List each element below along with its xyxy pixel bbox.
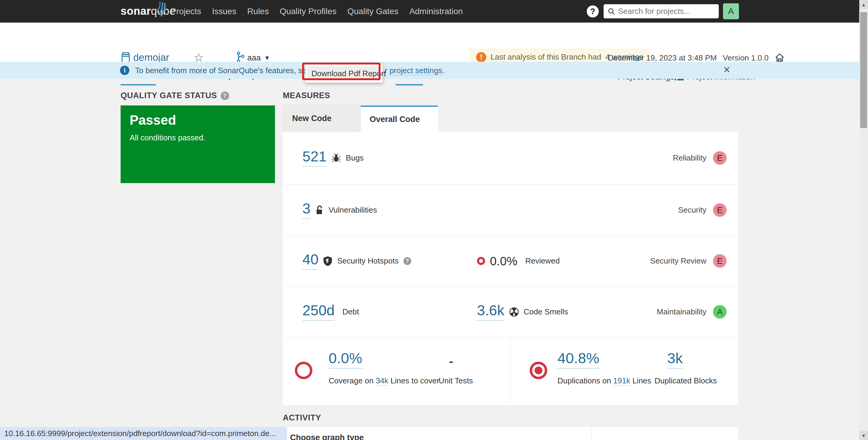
coverage-cell: 0.0% Coverage on 34k Lines to cover - Un… (283, 337, 510, 405)
debt-link[interactable]: 250d (302, 303, 335, 321)
security-review-rating-badge[interactable]: E (713, 254, 726, 268)
analysis-meta: December 19, 2023 at 3:48 PM Version 1.0… (608, 53, 785, 63)
activity-heading: ACTIVITY (283, 413, 321, 422)
coverage-label-suffix: Lines to cover (391, 376, 439, 385)
vertical-scrollbar[interactable]: ▲ ▼ (859, 0, 868, 440)
quality-gate-title: QUALITY GATE STATUS (121, 91, 217, 100)
code-smells-label: Code Smells (524, 307, 568, 316)
scrollbar-thumb[interactable] (860, 12, 867, 128)
coverage-percent-value: 0.0% (329, 351, 362, 369)
close-icon[interactable]: ✕ (723, 64, 731, 75)
coverage-percent-link[interactable]: 0.0% (329, 351, 362, 369)
bug-icon (331, 153, 341, 163)
choose-graph-type-label: Choose graph type (290, 433, 364, 440)
nav-item-quality-gates[interactable]: Quality Gates (347, 7, 399, 16)
coverage-ring-icon (295, 362, 312, 379)
browser-status-bar: 10.16.16.65:9999/project/extension/pdfre… (0, 427, 287, 440)
code-smells-icon (509, 307, 519, 317)
duplications-percent-value: 40.8% (557, 351, 599, 369)
coverage-label: Coverage on 34k Lines to cover (329, 376, 439, 385)
search-input[interactable]: Search for projects... (603, 4, 719, 19)
lines-to-cover-link[interactable]: 34k (376, 376, 388, 385)
vulnerabilities-count-link[interactable]: 3 (302, 201, 311, 219)
download-pdf-report-menu-item[interactable]: Download Pdf Report (307, 66, 381, 81)
coverage-label-prefix: Coverage on (329, 376, 374, 385)
unit-tests-label: Unit Tests (439, 376, 473, 385)
measure-row-maintainability: 250d Debt 3.6k Code Smells Maintainabili… (283, 286, 738, 337)
quality-gate-heading: QUALITY GATE STATUS ? (121, 91, 229, 100)
bugs-label: Bugs (346, 153, 364, 163)
nav-item-quality-profiles[interactable]: Quality Profiles (280, 7, 337, 16)
help-circle-icon[interactable]: ? (221, 92, 229, 100)
quality-gate-status: Passed (130, 113, 176, 128)
branch-name[interactable]: aaa (247, 53, 261, 63)
measure-row-bugs: 521 Bugs Reliability E (283, 132, 738, 184)
reliability-rating-badge[interactable]: E (713, 151, 726, 165)
info-banner: i To benefit from more of SonarQube's fe… (0, 62, 859, 79)
search-placeholder: Search for projects... (618, 7, 690, 16)
lock-open-icon (315, 205, 324, 215)
chevron-down-icon[interactable]: ▼ (264, 55, 270, 61)
status-url: 10.16.16.65:9999/project/extension/pdfre… (4, 429, 276, 438)
tab-new-code[interactable]: New Code (283, 105, 361, 132)
main-nav: Projects Issues Rules Quality Profiles Q… (170, 0, 463, 23)
measures-heading: MEASURES (283, 91, 330, 100)
reviewed-ring-icon (477, 257, 485, 265)
measure-row-vulnerabilities: 3 Vulnerabilities Security E (283, 184, 738, 236)
measures-title: MEASURES (283, 91, 330, 100)
nav-item-projects[interactable]: Projects (170, 7, 201, 16)
info-icon: i (120, 66, 129, 75)
duplications-ring-icon (530, 362, 547, 379)
quality-gate-description: All conditions passed. (130, 133, 205, 142)
measures-panel: 521 Bugs Reliability E 3 Vulnerabilities… (283, 132, 738, 405)
duplicated-blocks-link[interactable]: 3k (667, 351, 683, 369)
home-icon[interactable] (775, 53, 785, 63)
logo-text-bold: sonar (121, 5, 151, 17)
activity-title: ACTIVITY (283, 413, 321, 422)
banner-text-fragment: r project settings. (385, 66, 444, 75)
hotspots-count-link[interactable]: 40 (302, 252, 318, 270)
analysis-date: December 19, 2023 at 3:48 PM (608, 53, 717, 63)
nav-item-rules[interactable]: Rules (247, 7, 269, 16)
duplication-lines-link[interactable]: 191k (613, 376, 630, 385)
duplicated-blocks-label: Duplicated Blocks (655, 376, 717, 385)
nav-item-issues[interactable]: Issues (212, 7, 236, 16)
bugs-count-link[interactable]: 521 (302, 149, 327, 167)
vulnerabilities-label: Vulnerabilities (329, 205, 377, 215)
duplications-dot (534, 367, 542, 374)
logo-swoosh-icon (156, 1, 170, 19)
hotspots-help-icon[interactable]: ? (403, 257, 411, 265)
hotspots-label: Security Hotspots (337, 256, 399, 266)
maintainability-rating-badge[interactable]: A (713, 305, 726, 318)
nav-item-administration[interactable]: Administration (409, 7, 463, 16)
top-navbar: sonarqube Projects Issues Rules Quality … (0, 0, 859, 23)
search-icon (608, 8, 615, 15)
duplicated-blocks-value: 3k (667, 351, 683, 369)
warning-icon: ! (476, 52, 486, 62)
security-rating-badge[interactable]: E (713, 203, 726, 217)
security-label: Security (678, 205, 706, 215)
scroll-down-icon[interactable]: ▼ (859, 431, 868, 440)
analysis-version: Version 1.0.0 (723, 53, 769, 63)
tab-overall-code[interactable]: Overall Code (361, 105, 438, 132)
duplications-label-prefix: Duplications on (557, 376, 611, 385)
project-header: demojar ☆ aaa ▼ ! Last analysis of this … (0, 23, 859, 62)
duplications-label: Duplications on 191k Lines (557, 376, 651, 385)
code-smells-link[interactable]: 3.6k (477, 303, 504, 321)
project-settings-link[interactable]: project settings (390, 66, 442, 75)
shield-icon (323, 256, 332, 266)
maintainability-label: Maintainability (657, 307, 706, 316)
security-review-label: Security Review (650, 256, 706, 266)
unit-tests-value: - (449, 355, 453, 368)
measure-row-hotspots: 40 Security Hotspots ? 0.0% Reviewed Sec… (283, 236, 738, 286)
scroll-up-icon[interactable]: ▲ (859, 0, 868, 9)
debt-label: Debt (342, 307, 359, 316)
help-icon[interactable]: ? (587, 5, 599, 18)
banner-fragment-suffix: . (442, 66, 444, 75)
duplications-percent-link[interactable]: 40.8% (557, 351, 599, 369)
warning-text: Last analysis of this Branch had (491, 53, 601, 62)
avatar[interactable]: A (723, 3, 739, 19)
reviewed-percent: 0.0% (490, 255, 517, 267)
reliability-label: Reliability (673, 153, 706, 163)
reviewed-label: Reviewed (525, 256, 560, 266)
